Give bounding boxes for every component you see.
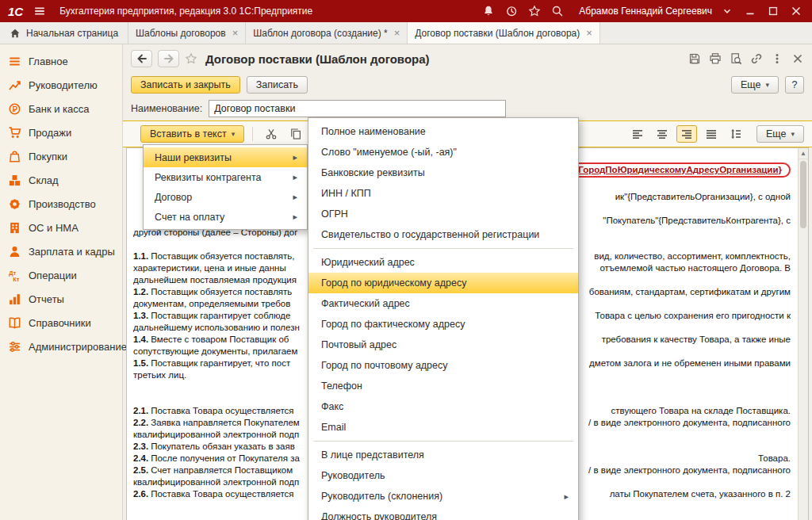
home-tab[interactable]: Начальная страница <box>0 22 128 44</box>
save-and-close-button[interactable]: Записать и закрыть <box>131 76 240 94</box>
search-button[interactable] <box>548 2 567 20</box>
sidebar-item[interactable]: ДтКт Операции <box>0 263 122 287</box>
line-left-text: Счет направляется Поставщиком <box>151 465 293 475</box>
line-left-text: Заявка направляется Покупателем <box>151 418 300 427</box>
line-left-text: Поставка Товара осуществляется <box>151 489 293 499</box>
current-user[interactable]: Абрамов Геннадий Сергеевич <box>579 6 712 17</box>
toolbar-more-button[interactable]: Еще <box>756 125 804 143</box>
minimize-button[interactable] <box>741 2 760 20</box>
maximize-button[interactable] <box>764 2 783 20</box>
menu-item[interactable]: В лице представителя <box>308 445 578 465</box>
dropdown-caret-icon <box>765 81 769 89</box>
menu-item[interactable]: Город по юридическому адресу <box>308 273 578 293</box>
main-menu-button[interactable] <box>30 2 49 20</box>
sidebar-item[interactable]: Банк и касса <box>0 97 122 120</box>
sidebar-item[interactable]: Покупки <box>0 144 122 168</box>
menu-item[interactable]: Город по почтовому адресу <box>308 355 578 376</box>
menu-item[interactable]: Полное наименование <box>308 121 578 142</box>
sidebar-item[interactable]: ОС и НМА <box>0 216 122 239</box>
tab[interactable]: Шаблоны договоров <box>128 22 246 44</box>
save-icon[interactable] <box>688 52 701 65</box>
sidebar-item[interactable]: Руководителю <box>0 73 122 97</box>
save-button[interactable]: Записать <box>247 76 308 94</box>
forward-button[interactable] <box>158 50 179 67</box>
tab-close-icon[interactable] <box>394 28 400 38</box>
favorite-star-icon[interactable] <box>185 52 197 65</box>
menu-item[interactable]: Наши реквизиты <box>144 147 307 167</box>
sales-icon <box>8 126 21 140</box>
open-tabs: Шаблоны договоров Шаблон договора (созда… <box>128 22 600 44</box>
menu-item[interactable]: ОГРН <box>308 204 578 224</box>
back-button[interactable] <box>131 50 152 67</box>
favorites-button[interactable] <box>525 2 544 20</box>
notifications-button[interactable] <box>479 2 498 20</box>
align-center-button[interactable] <box>652 125 672 143</box>
kebab-menu-icon[interactable] <box>771 52 783 65</box>
menu-item-label: Юридический адрес <box>321 257 415 268</box>
copy-button[interactable] <box>285 125 306 143</box>
1c-logo: 1С <box>6 5 25 18</box>
menu-item[interactable]: Телефон <box>308 376 578 396</box>
align-center-icon <box>656 128 668 140</box>
menu-item[interactable]: Руководитель <box>308 465 578 486</box>
menu-item[interactable]: Почтовый адрес <box>308 335 578 355</box>
sidebar-item[interactable]: Зарплата и кадры <box>0 239 122 263</box>
menu-item-label: Фактический адрес <box>321 298 410 309</box>
tab[interactable]: Шаблон договора (создание) * <box>246 22 408 44</box>
name-input[interactable] <box>209 100 506 117</box>
menu-item[interactable]: ИНН / КПП <box>308 183 578 204</box>
menu-item[interactable]: Слово "именуемое (-ый, -ая)" <box>308 142 578 162</box>
tab-close-icon[interactable] <box>586 28 592 38</box>
user-menu-button[interactable] <box>718 2 737 20</box>
menu-item[interactable]: Email <box>308 417 578 438</box>
sidebar-item[interactable]: Главное <box>0 49 122 73</box>
preview-icon[interactable] <box>730 52 742 65</box>
close-page-icon[interactable] <box>791 52 804 65</box>
sidebar-item[interactable]: Администрирование <box>0 335 122 358</box>
menu-item[interactable]: Договор <box>144 187 307 207</box>
clause-number: 1.5. <box>133 358 148 368</box>
sidebar-item[interactable]: Справочники <box>0 311 122 335</box>
close-window-button[interactable] <box>787 2 806 20</box>
tab-close-icon[interactable] <box>232 28 239 38</box>
menu-item[interactable]: Реквизиты контрагента <box>144 167 307 187</box>
line-spacing-button[interactable] <box>726 125 746 143</box>
menu-item[interactable]: Банковские реквизиты <box>308 162 578 183</box>
cut-button[interactable] <box>261 125 282 143</box>
tab[interactable]: Договор поставки (Шаблон договора) <box>408 22 600 44</box>
menu-item[interactable]: Фактический адрес <box>308 293 578 314</box>
reports-icon <box>8 292 21 306</box>
menu-item[interactable]: Руководитель (склонения) <box>308 486 578 507</box>
app-window: 1С Бухгалтерия предприятия, редакция 3.0… <box>0 0 812 520</box>
scrollbar-thumb[interactable] <box>800 161 806 228</box>
menu-item[interactable]: Счет на оплату <box>144 207 307 227</box>
print-icon[interactable] <box>709 52 722 65</box>
menu-item-label: Банковские реквизиты <box>321 167 425 178</box>
clause-number: 1.1. <box>133 251 148 261</box>
line-right-text: вид, количество, ассортимент, комплектно… <box>594 250 791 262</box>
sidebar-item[interactable]: Продажи <box>0 120 122 144</box>
align-left-button[interactable] <box>627 125 648 143</box>
help-button[interactable]: ? <box>785 76 804 94</box>
align-right-button[interactable] <box>676 125 697 143</box>
manager-icon <box>8 78 21 92</box>
sidebar-item[interactable]: Производство <box>0 192 122 216</box>
align-justify-button[interactable] <box>701 125 722 143</box>
vertical-scrollbar[interactable] <box>798 148 808 520</box>
history-button[interactable] <box>502 2 521 20</box>
menu-item[interactable]: Должность руководителя <box>308 507 578 520</box>
menu-item[interactable]: Свидетельство о государственной регистра… <box>308 224 578 245</box>
menu-item[interactable]: Город по фактическому адресу <box>308 314 578 335</box>
our-details-submenu: Полное наименование Слово "именуемое (-ы… <box>308 117 579 520</box>
sidebar-item[interactable]: Отчеты <box>0 287 122 311</box>
menu-item[interactable]: Юридический адрес <box>308 252 578 273</box>
menu-item[interactable]: Факс <box>308 396 578 417</box>
insert-into-text-button[interactable]: Вставить в текст <box>140 125 244 143</box>
link-icon[interactable] <box>750 52 763 65</box>
clause-number: 2.4. <box>133 453 148 463</box>
more-button[interactable]: Еще <box>731 76 779 94</box>
sidebar-item-label: Производство <box>29 198 96 210</box>
scroll-up-arrow-icon[interactable] <box>799 148 808 159</box>
sidebar-item[interactable]: Склад <box>0 168 122 192</box>
line-right-text: дметом залога и не обременен иными права… <box>589 358 791 369</box>
